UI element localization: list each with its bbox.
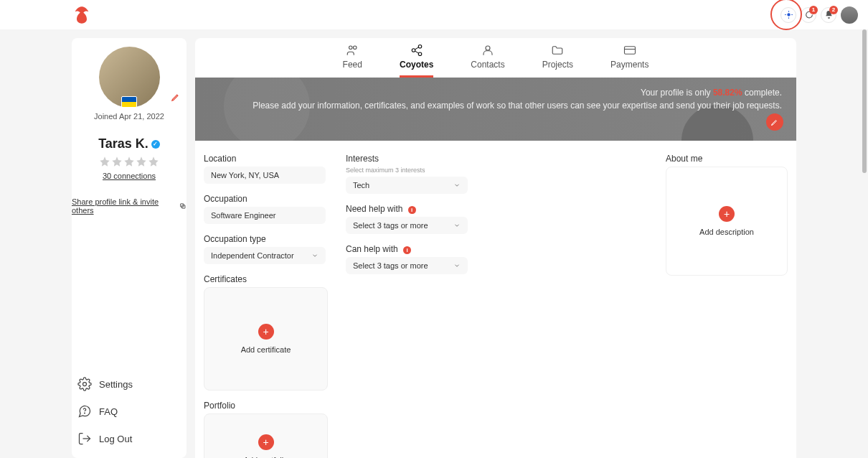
logout-icon (77, 431, 92, 446)
can-help-select[interactable]: Select 3 tags or more (346, 257, 468, 274)
tab-coyotes[interactable]: Coyotes (400, 44, 433, 78)
plus-icon: + (258, 434, 274, 450)
add-portfolio-card[interactable]: + Add portfolio (204, 413, 328, 458)
plus-icon: + (258, 324, 274, 340)
top-bar: 1 2 (0, 0, 868, 29)
faq-link[interactable]: FAQ (77, 398, 181, 425)
interests-select[interactable]: Tech (346, 177, 468, 194)
messages-badge: 1 (809, 6, 818, 14)
chevron-down-icon (453, 262, 461, 269)
tab-projects[interactable]: Projects (542, 44, 573, 78)
notifications-button[interactable]: 2 (821, 7, 836, 23)
plus-icon: + (719, 206, 735, 222)
tab-contacts[interactable]: Contacts (471, 44, 504, 78)
main-content: Feed Coyotes Contacts Projects Payments (195, 38, 796, 458)
about-me-label: About me (666, 154, 788, 164)
add-description-card[interactable]: + Add description (666, 167, 788, 276)
chevron-down-icon (453, 182, 461, 189)
svg-line-15 (415, 47, 418, 50)
location-label: Location (204, 154, 326, 164)
rating-stars (99, 156, 159, 167)
profile-name: Taras K. (98, 136, 148, 151)
gear-icon (77, 377, 92, 391)
occupation-input[interactable]: Software Engineer (204, 207, 326, 224)
svg-point-17 (486, 46, 490, 50)
scrollbar[interactable] (862, 29, 867, 173)
info-icon[interactable]: i (403, 246, 411, 254)
copy-icon (179, 202, 187, 210)
add-certificate-label: Add certificate (241, 345, 291, 354)
tab-bar: Feed Coyotes Contacts Projects Payments (195, 38, 796, 78)
tab-feed[interactable]: Feed (343, 44, 362, 78)
svg-rect-18 (624, 47, 635, 55)
help-icon (77, 404, 92, 419)
portfolio-label: Portfolio (204, 401, 326, 411)
info-icon[interactable]: i (408, 206, 416, 214)
profile-avatar-small[interactable] (841, 6, 858, 24)
edit-avatar-icon[interactable] (171, 92, 181, 104)
joined-date: Joined Apr 21, 2022 (94, 112, 164, 121)
logout-label: Log Out (99, 434, 132, 444)
logout-link[interactable]: Log Out (77, 425, 181, 452)
chevron-down-icon (453, 222, 461, 229)
location-input[interactable]: New York, NY, USA (204, 167, 326, 184)
occupation-type-label: Occupation type (204, 234, 326, 244)
app-logo[interactable] (72, 5, 92, 25)
share-profile-link[interactable]: Share profile link & invite others (72, 197, 187, 215)
profile-sidebar: Joined Apr 21, 2022 Taras K. 30 connecti… (72, 38, 187, 458)
interests-label: Interests (346, 154, 468, 164)
profile-form: Location New York, NY, USA Occupation So… (195, 141, 796, 458)
svg-point-11 (354, 46, 357, 50)
flag-badge (121, 96, 137, 108)
profile-avatar-large[interactable] (99, 47, 160, 108)
svg-line-16 (415, 51, 418, 53)
add-description-label: Add description (699, 228, 754, 236)
tab-payments[interactable]: Payments (610, 44, 648, 78)
settings-link[interactable]: Settings (77, 370, 181, 398)
profile-banner: Your profile is only 58.82% complete. Pl… (195, 78, 796, 141)
verified-icon (151, 140, 160, 149)
contacts-icon (481, 44, 494, 57)
svg-point-10 (349, 46, 353, 50)
interests-sublabel: Select maximum 3 interests (346, 167, 468, 174)
chevron-down-icon (311, 252, 319, 259)
svg-point-12 (418, 45, 422, 49)
occupation-label: Occupation (204, 194, 326, 204)
attention-ring (770, 0, 802, 30)
pencil-icon (770, 118, 779, 126)
settings-label: Settings (99, 379, 133, 390)
folder-icon (551, 44, 564, 57)
need-help-select[interactable]: Select 3 tags or more (346, 217, 468, 234)
svg-point-13 (412, 49, 415, 52)
connections-link[interactable]: 30 connections (103, 172, 156, 180)
banner-text: Your profile is only 58.82% complete. Pl… (253, 86, 782, 112)
messages-button[interactable]: 1 (801, 7, 816, 23)
occupation-type-select[interactable]: Independent Contractor (204, 247, 326, 264)
svg-point-14 (418, 52, 422, 56)
share-icon (410, 44, 423, 57)
feed-icon (346, 44, 359, 57)
edit-banner-button[interactable] (766, 113, 783, 131)
certificates-label: Certificates (204, 274, 326, 284)
notifications-badge: 2 (829, 6, 838, 14)
svg-point-7 (83, 383, 87, 386)
add-certificate-card[interactable]: + Add certificate (204, 287, 328, 391)
faq-label: FAQ (99, 406, 118, 417)
can-help-label: Can help with i (346, 244, 468, 254)
svg-point-8 (85, 413, 85, 413)
card-icon (623, 44, 636, 57)
need-help-label: Need help with i (346, 204, 468, 214)
completion-percent: 58.82% (713, 88, 742, 98)
